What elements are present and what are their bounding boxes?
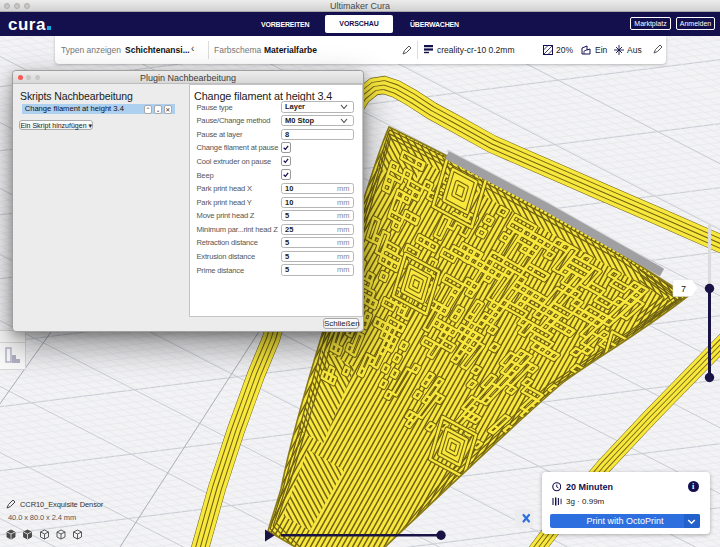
svg-text:7: 7 bbox=[681, 284, 686, 294]
